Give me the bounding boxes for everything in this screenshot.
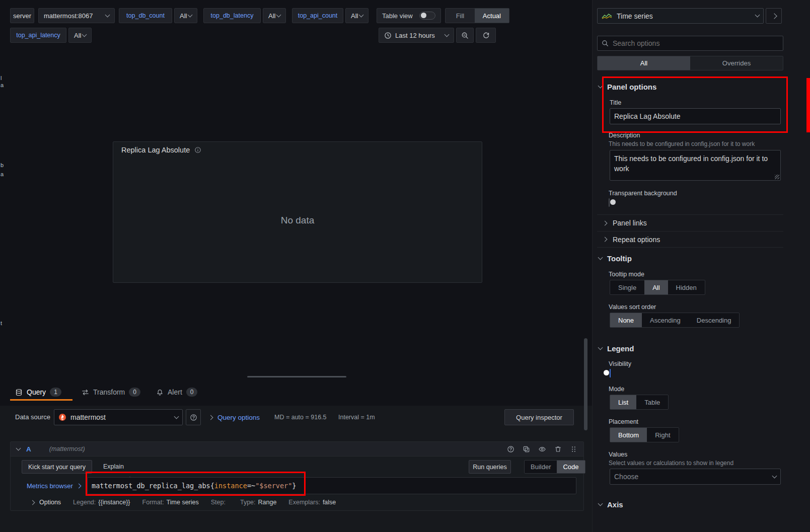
variable-label-server: server (10, 8, 34, 23)
section-heading: Legend (607, 344, 634, 353)
tooltip-mode-all[interactable]: All (644, 280, 668, 294)
tooltip-mode-single[interactable]: Single (610, 280, 644, 294)
query-ref-note: (mattermost) (49, 445, 85, 452)
repeat-options-row[interactable]: Repeat options (597, 231, 783, 248)
size-mode-actual[interactable]: Actual (475, 9, 509, 23)
legend-visibility-toggle[interactable] (610, 369, 611, 377)
collapse-chevron-icon[interactable] (16, 445, 21, 450)
variable-label-top-api-count: top_api_count (292, 8, 343, 23)
variable-value-top-db-latency[interactable]: All (263, 8, 286, 23)
refresh-button[interactable] (476, 28, 496, 43)
legend-mode-list[interactable]: List (610, 395, 636, 409)
placement-bottom[interactable]: Bottom (610, 428, 647, 442)
query-help-icon[interactable] (507, 445, 514, 453)
chevron-down-icon (105, 12, 110, 17)
description-textarea[interactable]: This needs to be configured in config.js… (610, 150, 781, 181)
table-view-toggle[interactable] (419, 12, 435, 20)
section-axis[interactable]: Axis (599, 500, 623, 509)
description-field[interactable]: This needs to be configured in config.js… (610, 150, 781, 181)
variable-value-top-db-count[interactable]: All (174, 8, 197, 23)
option-value: {{instance}} (98, 499, 130, 506)
variable-value-top-api-count[interactable]: All (345, 8, 369, 23)
help-circle-icon (190, 414, 197, 421)
section-panel-options[interactable]: Panel options (599, 83, 656, 91)
scrollbar-thumb[interactable] (584, 338, 587, 430)
prometheus-icon (58, 413, 66, 421)
drag-handle-icon[interactable] (570, 445, 577, 453)
transparent-bg-label: Transparent background (609, 190, 677, 197)
datasource-label: Data source (15, 409, 50, 425)
chevron-down-icon (598, 255, 603, 260)
option-step: Step: (211, 499, 228, 506)
search-options-input[interactable] (613, 36, 779, 50)
editor-mode-builder[interactable]: Builder (525, 461, 557, 473)
legend-values-select[interactable]: Choose (610, 469, 781, 485)
chevron-down-icon (598, 501, 603, 506)
visualization-picker[interactable]: Time series (597, 8, 764, 24)
options-tabs: All Overrides (597, 56, 783, 70)
chevron-right-icon (603, 237, 608, 242)
editor-mode-code[interactable]: Code (557, 461, 584, 473)
toggle-visibility-icon[interactable] (538, 445, 546, 453)
panel-resize-handle[interactable] (247, 376, 346, 377)
section-heading: Tooltip (607, 254, 632, 263)
query-options-toggle[interactable]: Query options (208, 409, 260, 425)
query-row-header[interactable]: A (mattermost) (11, 442, 583, 457)
query-inspector-button[interactable]: Query inspector (504, 409, 574, 425)
legend-mode-table[interactable]: Table (636, 395, 668, 409)
delete-query-icon[interactable] (554, 445, 562, 453)
panel-links-row[interactable]: Panel links (597, 214, 783, 231)
description-label: Description (609, 132, 640, 139)
variable-value-text: All (351, 12, 358, 20)
variable-value-top-api-latency[interactable]: All (68, 28, 92, 43)
section-tooltip[interactable]: Tooltip (599, 254, 632, 263)
panel-title-input[interactable] (610, 108, 781, 124)
options-sidebar: Time series All Overrides Panel options … (592, 0, 810, 532)
metrics-browser-toggle[interactable]: Metrics browser (27, 477, 81, 494)
run-queries-button[interactable]: Run queries (469, 460, 511, 474)
collapse-pane-button[interactable] (766, 8, 782, 24)
query-options-label: Query options (217, 414, 260, 421)
database-icon (15, 389, 23, 396)
section-legend[interactable]: Legend (599, 344, 634, 353)
tooltip-mode-hidden[interactable]: Hidden (668, 280, 705, 294)
search-options-box[interactable] (597, 36, 783, 51)
option-value: Time series (167, 499, 199, 506)
chevron-right-icon (30, 500, 35, 505)
tab-all[interactable]: All (598, 56, 690, 70)
bell-icon (156, 389, 164, 396)
chevron-down-icon (598, 345, 603, 350)
query-options-collapse[interactable]: Options (30, 499, 61, 506)
chevron-right-icon (208, 415, 213, 420)
sort-descending[interactable]: Descending (689, 313, 740, 327)
datasource-picker[interactable]: mattermost (54, 409, 183, 425)
chevron-down-icon (188, 12, 193, 17)
duplicate-query-icon[interactable] (523, 445, 530, 453)
time-range-picker[interactable]: Last 12 hours (379, 28, 454, 43)
option-value: false (323, 499, 336, 506)
transparent-bg-toggle[interactable] (609, 198, 610, 207)
zoom-out-button[interactable] (456, 28, 474, 43)
query-expression-editor[interactable]: mattermost_db_replica_lag_abs{instance=~… (87, 477, 576, 494)
panel-title-field[interactable] (610, 108, 781, 124)
tab-query[interactable]: Query 1 (15, 386, 61, 399)
placement-right[interactable]: Right (647, 428, 678, 442)
tab-alert[interactable]: Alert 0 (156, 386, 197, 399)
legend-mode-label: Mode (609, 386, 624, 393)
datasource-help-button[interactable] (186, 409, 201, 425)
size-mode-fill[interactable]: Fill (446, 9, 475, 23)
kick-start-button[interactable]: Kick start your query (22, 460, 92, 474)
panel-title: Replica Lag Absolute (121, 146, 190, 154)
variable-value-server[interactable]: mattermost:8067 (38, 8, 115, 23)
sort-ascending[interactable]: Ascending (642, 313, 689, 327)
tab-count-badge: 0 (186, 388, 198, 397)
tab-transform[interactable]: Transform 0 (82, 386, 140, 399)
metrics-browser-label: Metrics browser (27, 482, 73, 490)
tab-overrides[interactable]: Overrides (690, 56, 783, 70)
info-icon[interactable] (194, 146, 201, 154)
sort-none[interactable]: None (610, 313, 642, 327)
options-label: Options (39, 499, 61, 506)
tooltip-mode-label: Tooltip mode (609, 271, 644, 278)
placement-label: Placement (609, 418, 638, 425)
visibility-label: Visibility (609, 360, 631, 367)
